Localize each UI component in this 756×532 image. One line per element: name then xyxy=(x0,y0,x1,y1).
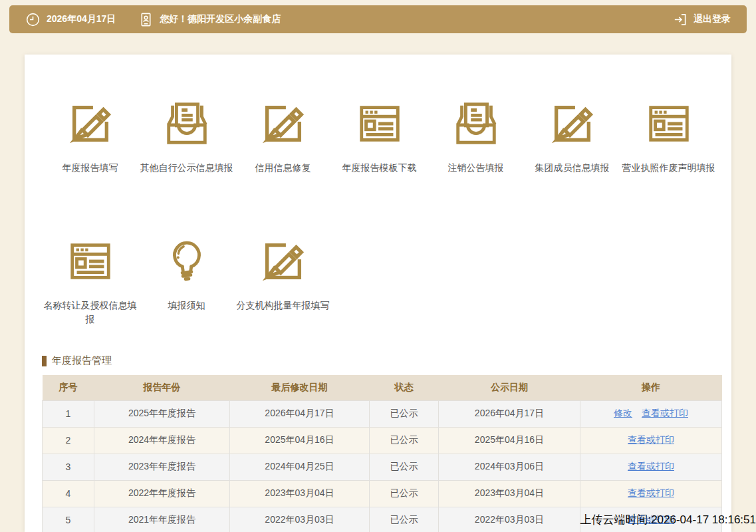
shortcut-other-self-publicity[interactable]: 其他自行公示信息填报 xyxy=(138,98,235,175)
shortcut-grid: 年度报告填写 其他自行公示信息填报 信用信息修复 年度报告模板下载 注销公告填报… xyxy=(42,98,731,327)
cell-status: 已公示 xyxy=(370,480,439,507)
col-header-publish-date: 公示日期 xyxy=(439,375,580,400)
section-bullet xyxy=(42,356,47,366)
shortcut-filing-instructions[interactable]: 填报须知 xyxy=(138,236,235,327)
col-header-report-year: 报告年份 xyxy=(94,375,230,400)
cell-publish-date: 2022年03月03日 xyxy=(439,507,580,532)
cell-report-year: 2022年年度报告 xyxy=(94,480,230,507)
cell-report-year: 2021年年度报告 xyxy=(94,507,230,532)
edit-icon xyxy=(259,236,308,287)
current-date: 2026年04月17日 xyxy=(47,13,116,25)
clock-icon xyxy=(25,12,41,27)
cell-actions: 查看或打印 xyxy=(580,427,722,454)
logout-button[interactable]: 退出登录 xyxy=(672,12,731,27)
inbox-icon xyxy=(451,98,501,149)
inbox-icon xyxy=(162,98,211,149)
browser-icon xyxy=(355,98,404,149)
shortcut-label: 信用信息修复 xyxy=(235,161,331,175)
shortcut-annual-report-write[interactable]: 年度报告填写 xyxy=(42,98,138,175)
action-link-view-print[interactable]: 查看或打印 xyxy=(628,434,674,445)
shortcut-label: 名称转让及授权信息填报 xyxy=(42,299,138,327)
table-row: 3 2023年年度报告 2024年04月25日 已公示 2024年03月06日 … xyxy=(43,454,722,480)
cell-publish-date: 2024年03月06日 xyxy=(439,454,580,480)
table-row: 2 2024年年度报告 2025年04月16日 已公示 2025年04月16日 … xyxy=(43,427,722,454)
shortcut-template-download[interactable]: 年度报告模板下载 xyxy=(331,98,428,175)
col-header-actions: 操作 xyxy=(580,375,722,400)
browser-icon xyxy=(644,98,693,149)
cell-status: 已公示 xyxy=(370,400,439,427)
action-link-view-print[interactable]: 查看或打印 xyxy=(642,408,688,418)
cell-publish-date: 2023年03月04日 xyxy=(439,480,580,507)
action-link-view-print[interactable]: 查看或打印 xyxy=(628,461,674,471)
cell-actions: 查看或打印 xyxy=(580,454,722,480)
shortcut-label: 集团成员信息填报 xyxy=(524,161,620,175)
table-header-row: 序号 报告年份 最后修改日期 状态 公示日期 操作 xyxy=(43,375,722,400)
cell-status: 已公示 xyxy=(370,454,439,480)
shortcut-group-member-info[interactable]: 集团成员信息填报 xyxy=(524,98,620,175)
cell-last-modified: 2024年04月25日 xyxy=(230,454,370,480)
section-head: 年度报告管理 xyxy=(42,354,731,367)
shortcut-cancellation-notice[interactable]: 注销公告填报 xyxy=(428,98,524,175)
cell-index: 5 xyxy=(43,507,94,532)
bulb-icon xyxy=(162,236,211,287)
edit-icon xyxy=(259,98,308,149)
date-group: 2026年04月17日 xyxy=(25,12,116,27)
topbar: 2026年04月17日 您好！德阳开发区小余副食店 退出登录 xyxy=(9,5,747,33)
cell-actions: 查看或打印 xyxy=(580,480,722,507)
shortcut-label: 填报须知 xyxy=(138,299,235,313)
user-group: 您好！德阳开发区小余副食店 xyxy=(138,12,281,27)
annual-report-table: 序号 报告年份 最后修改日期 状态 公示日期 操作 1 2025年年度报告 20… xyxy=(42,375,722,532)
cell-index: 3 xyxy=(43,454,94,480)
action-link-view-print[interactable]: 查看或打印 xyxy=(628,487,674,498)
edit-icon xyxy=(548,98,597,149)
logout-icon xyxy=(672,12,688,27)
shortcut-label: 注销公告填报 xyxy=(428,161,524,175)
shortcut-license-void-declaration[interactable]: 营业执照作废声明填报 xyxy=(620,98,717,175)
cell-actions: 修改查看或打印 xyxy=(580,400,722,427)
shortcut-label: 年度报告模板下载 xyxy=(331,161,428,175)
cell-report-year: 2025年年度报告 xyxy=(94,400,230,427)
table-row: 1 2025年年度报告 2026年04月17日 已公示 2026年04月17日 … xyxy=(43,400,722,427)
cell-publish-date: 2025年04月16日 xyxy=(439,427,580,454)
browser-icon xyxy=(66,236,115,287)
cell-publish-date: 2026年04月17日 xyxy=(439,400,580,427)
shortcut-label: 其他自行公示信息填报 xyxy=(138,161,235,175)
col-header-last-modified: 最后修改日期 xyxy=(230,375,370,400)
col-header-index: 序号 xyxy=(43,375,94,400)
main-card: 年度报告填写 其他自行公示信息填报 信用信息修复 年度报告模板下载 注销公告填报… xyxy=(25,55,731,532)
cell-report-year: 2024年年度报告 xyxy=(94,427,230,454)
shortcut-label: 分支机构批量年报填写 xyxy=(235,299,331,313)
cell-last-modified: 2026年04月17日 xyxy=(230,400,370,427)
cell-report-year: 2023年年度报告 xyxy=(94,454,230,480)
user-badge-icon xyxy=(138,12,154,27)
cell-index: 1 xyxy=(43,400,94,427)
user-greeting: 您好！德阳开发区小余副食店 xyxy=(160,13,281,25)
cell-last-modified: 2022年03月03日 xyxy=(230,507,370,532)
cell-last-modified: 2023年03月04日 xyxy=(230,480,370,507)
logout-label: 退出登录 xyxy=(693,13,731,25)
action-link-modify[interactable]: 修改 xyxy=(614,408,632,418)
edit-icon xyxy=(66,98,115,149)
table-row: 4 2022年年度报告 2023年03月04日 已公示 2023年03月04日 … xyxy=(43,480,722,507)
shortcut-name-transfer-authorization[interactable]: 名称转让及授权信息填报 xyxy=(42,236,138,327)
shortcut-credit-repair[interactable]: 信用信息修复 xyxy=(235,98,331,175)
cell-last-modified: 2025年04月16日 xyxy=(230,427,370,454)
shortcut-label: 营业执照作废声明填报 xyxy=(620,161,717,175)
cell-status: 已公示 xyxy=(370,507,439,532)
shortcut-branch-batch-annual-report[interactable]: 分支机构批量年报填写 xyxy=(235,236,331,327)
cell-status: 已公示 xyxy=(370,427,439,454)
shortcut-label: 年度报告填写 xyxy=(42,161,138,175)
cell-index: 4 xyxy=(43,480,94,507)
cell-index: 2 xyxy=(43,427,94,454)
col-header-status: 状态 xyxy=(370,375,439,400)
upload-timestamp-watermark: 上传云端时间:2026-04-17 18:16:51 xyxy=(580,512,756,527)
section-title: 年度报告管理 xyxy=(52,354,112,367)
